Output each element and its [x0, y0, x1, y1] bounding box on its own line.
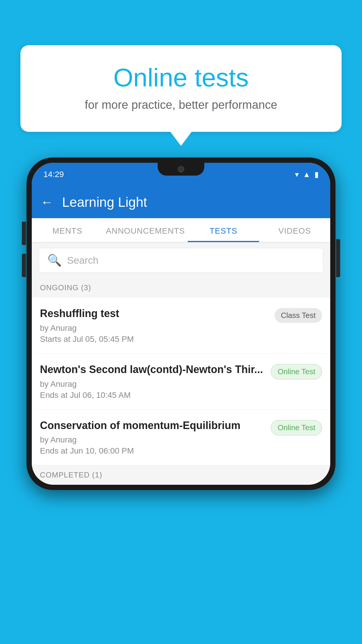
phone-notch [158, 163, 204, 176]
speech-bubble-subtitle: for more practice, better performance [44, 98, 318, 111]
search-container: 🔍 Search [32, 243, 330, 278]
test-badge-online: Online Test [271, 364, 322, 379]
test-item-content: Conservation of momentum-Equilibrium by … [40, 419, 265, 456]
tab-tests[interactable]: TESTS [188, 218, 259, 242]
status-icons: ▾ ▲ ▮ [295, 170, 319, 179]
tab-videos[interactable]: VIDEOS [259, 218, 330, 242]
search-box[interactable]: 🔍 Search [39, 248, 323, 273]
test-item-time: Starts at Jul 05, 05:45 PM [40, 335, 269, 344]
test-item[interactable]: Newton's Second law(contd)-Newton's Thir… [32, 354, 330, 410]
test-item-title: Conservation of momentum-Equilibrium [40, 419, 265, 433]
speech-bubble: Online tests for more practice, better p… [20, 45, 342, 132]
test-item-time: Ends at Jun 10, 06:00 PM [40, 446, 265, 456]
back-button[interactable]: ← [41, 195, 53, 209]
tabs-bar: MENTS ANNOUNCEMENTS TESTS VIDEOS [32, 218, 330, 243]
status-time: 14:29 [43, 170, 64, 179]
volume-down-button [22, 254, 26, 277]
test-item-content: Reshuffling test by Anurag Starts at Jul… [40, 307, 269, 344]
phone-screen: 14:29 ▾ ▲ ▮ ← Learning Light MENTS ANNOU… [32, 163, 330, 485]
tab-announcements[interactable]: ANNOUNCEMENTS [103, 218, 188, 242]
test-item[interactable]: Reshuffling test by Anurag Starts at Jul… [32, 298, 330, 354]
volume-up-button [22, 222, 26, 245]
tab-ments[interactable]: MENTS [32, 218, 103, 242]
app-bar-title: Learning Light [62, 194, 147, 210]
test-badge-class: Class Test [275, 308, 322, 323]
test-item-author: by Anurag [40, 435, 265, 444]
test-item-title: Newton's Second law(contd)-Newton's Thir… [40, 363, 265, 377]
test-item-title: Reshuffling test [40, 307, 269, 321]
phone-mockup: 14:29 ▾ ▲ ▮ ← Learning Light MENTS ANNOU… [27, 158, 335, 490]
completed-section-label: COMPLETED (1) [32, 465, 330, 485]
status-bar: 14:29 ▾ ▲ ▮ [32, 163, 330, 186]
wifi-icon: ▾ [295, 170, 299, 179]
test-item-author: by Anurag [40, 379, 265, 389]
test-item-content: Newton's Second law(contd)-Newton's Thir… [40, 363, 265, 400]
power-button [336, 239, 340, 277]
phone-outer: 14:29 ▾ ▲ ▮ ← Learning Light MENTS ANNOU… [27, 158, 335, 490]
test-list: Reshuffling test by Anurag Starts at Jul… [32, 298, 330, 465]
test-item-time: Ends at Jul 06, 10:45 AM [40, 391, 265, 400]
ongoing-section-label: ONGOING (3) [32, 278, 330, 298]
app-bar: ← Learning Light [32, 186, 330, 218]
battery-icon: ▮ [314, 170, 319, 179]
front-camera [178, 166, 184, 172]
search-icon: 🔍 [47, 253, 62, 267]
speech-bubble-container: Online tests for more practice, better p… [20, 45, 342, 132]
test-item-author: by Anurag [40, 323, 269, 333]
test-item[interactable]: Conservation of momentum-Equilibrium by … [32, 410, 330, 466]
speech-bubble-title: Online tests [44, 63, 318, 92]
search-input[interactable]: Search [67, 255, 99, 266]
test-badge-online-2: Online Test [271, 420, 322, 435]
signal-icon: ▲ [303, 170, 310, 179]
